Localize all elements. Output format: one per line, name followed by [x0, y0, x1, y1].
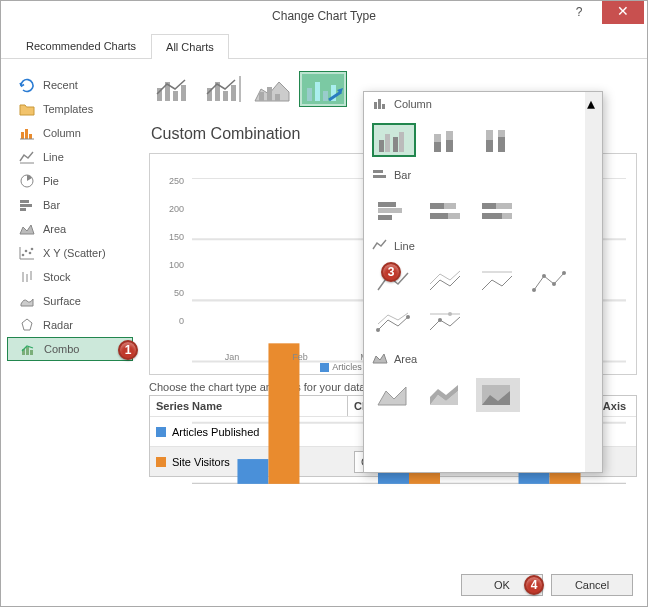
column-icon — [19, 125, 35, 141]
dialog-title: Change Chart Type — [272, 9, 376, 23]
svg-rect-25 — [181, 85, 186, 101]
sidebar-item-pie[interactable]: Pie — [1, 169, 139, 193]
help-button[interactable]: ? — [559, 1, 599, 26]
tabs: Recommended Charts All Charts — [1, 31, 647, 59]
chart-type-clustered-column[interactable] — [372, 123, 416, 157]
sidebar-item-label: Radar — [43, 319, 73, 331]
button-label: Cancel — [575, 579, 609, 591]
sidebar-item-column[interactable]: Column — [1, 121, 139, 145]
combo-subtype-1[interactable] — [149, 71, 197, 107]
combo-subtype-3[interactable] — [249, 71, 297, 107]
tab-all-charts[interactable]: All Charts — [151, 34, 229, 59]
svg-point-87 — [448, 312, 452, 316]
svg-rect-54 — [385, 134, 390, 152]
cancel-button[interactable]: Cancel — [551, 574, 633, 596]
svg-point-82 — [562, 271, 566, 275]
sidebar-item-label: Bar — [43, 199, 60, 211]
chart-category-sidebar: Recent Templates Column Line Pie Bar — [1, 59, 139, 554]
x-tick: Feb — [280, 352, 320, 362]
svg-rect-71 — [430, 203, 444, 209]
stock-icon — [19, 269, 35, 285]
sidebar-item-combo[interactable]: Combo 1 — [7, 337, 133, 361]
chart-type-stacked-area[interactable] — [424, 378, 468, 412]
svg-rect-77 — [482, 213, 502, 219]
line-icon — [372, 238, 388, 254]
chart-type-100-stacked-line-markers[interactable] — [424, 307, 468, 341]
svg-rect-28 — [223, 91, 228, 101]
svg-rect-62 — [486, 140, 493, 152]
svg-rect-20 — [26, 347, 29, 355]
sidebar-item-bar[interactable]: Bar — [1, 193, 139, 217]
y-tick: 0 — [160, 316, 184, 326]
surface-icon — [19, 293, 35, 309]
combo-icon — [20, 341, 36, 357]
svg-rect-65 — [373, 170, 383, 173]
chart-type-stacked-line-markers[interactable] — [372, 307, 416, 341]
chart-type-100-stacked-area[interactable] — [476, 378, 520, 412]
dropdown-category-bar: Bar — [364, 163, 602, 188]
tab-recommended-charts[interactable]: Recommended Charts — [11, 33, 151, 58]
svg-marker-18 — [22, 319, 32, 330]
svg-rect-0 — [21, 132, 24, 139]
sidebar-item-area[interactable]: Area — [1, 217, 139, 241]
combo-subtype-2[interactable] — [199, 71, 247, 107]
chart-type-stacked-column[interactable] — [424, 123, 468, 157]
y-tick: 50 — [160, 288, 184, 298]
svg-rect-6 — [20, 200, 29, 203]
svg-rect-66 — [373, 175, 386, 178]
area-icon — [372, 351, 388, 367]
chart-type-100-stacked-bar[interactable] — [476, 194, 520, 228]
svg-point-10 — [25, 250, 28, 253]
button-label: OK — [494, 579, 510, 591]
chart-type-stacked-bar[interactable] — [424, 194, 468, 228]
series-color-swatch — [156, 427, 166, 437]
sidebar-item-stock[interactable]: Stock — [1, 265, 139, 289]
svg-rect-75 — [482, 203, 496, 209]
sidebar-item-surface[interactable]: Surface — [1, 289, 139, 313]
close-button[interactable]: ✕ — [602, 1, 644, 24]
dropdown-category-line: Line — [364, 234, 602, 259]
sidebar-item-label: Area — [43, 223, 66, 235]
svg-point-84 — [406, 315, 410, 319]
chart-type-100-stacked-column[interactable] — [476, 123, 520, 157]
chart-type-stacked-line[interactable] — [424, 265, 468, 299]
series-color-swatch — [156, 457, 166, 467]
svg-rect-33 — [275, 94, 280, 101]
dropdown-scrollbar[interactable]: ▴ — [585, 92, 602, 472]
svg-rect-55 — [393, 137, 398, 152]
chart-type-100-stacked-line[interactable] — [476, 265, 520, 299]
y-tick: 150 — [160, 232, 184, 242]
line-icon — [19, 149, 35, 165]
sidebar-item-recent[interactable]: Recent — [1, 73, 139, 97]
category-label: Column — [394, 98, 432, 110]
ok-button[interactable]: OK 4 — [461, 574, 543, 596]
sidebar-item-scatter[interactable]: X Y (Scatter) — [1, 241, 139, 265]
svg-rect-68 — [378, 208, 402, 213]
svg-rect-56 — [399, 132, 404, 152]
chart-type-clustered-bar[interactable] — [372, 194, 416, 228]
svg-rect-7 — [20, 204, 32, 207]
sidebar-item-label: Stock — [43, 271, 71, 283]
y-tick: 200 — [160, 204, 184, 214]
chart-type-line[interactable]: 3 — [372, 265, 416, 299]
svg-rect-21 — [30, 350, 33, 355]
sidebar-item-radar[interactable]: Radar — [1, 313, 139, 337]
sidebar-item-label: Templates — [43, 103, 93, 115]
legend-swatch — [320, 363, 329, 372]
bar-icon — [372, 167, 388, 183]
y-tick: 100 — [160, 260, 184, 270]
chart-type-area[interactable] — [372, 378, 416, 412]
combo-subtype-custom[interactable] — [299, 71, 347, 107]
svg-rect-52 — [382, 104, 385, 109]
chart-type-line-markers[interactable] — [528, 265, 572, 299]
sidebar-item-line[interactable]: Line — [1, 145, 139, 169]
scatter-icon — [19, 245, 35, 261]
svg-rect-73 — [430, 213, 448, 219]
sidebar-item-templates[interactable]: Templates — [1, 97, 139, 121]
svg-rect-8 — [20, 208, 26, 211]
sidebar-item-label: X Y (Scatter) — [43, 247, 106, 259]
sidebar-item-label: Pie — [43, 175, 59, 187]
svg-rect-69 — [378, 215, 392, 220]
svg-rect-53 — [379, 140, 384, 152]
dialog-footer: OK 4 Cancel — [461, 574, 633, 596]
